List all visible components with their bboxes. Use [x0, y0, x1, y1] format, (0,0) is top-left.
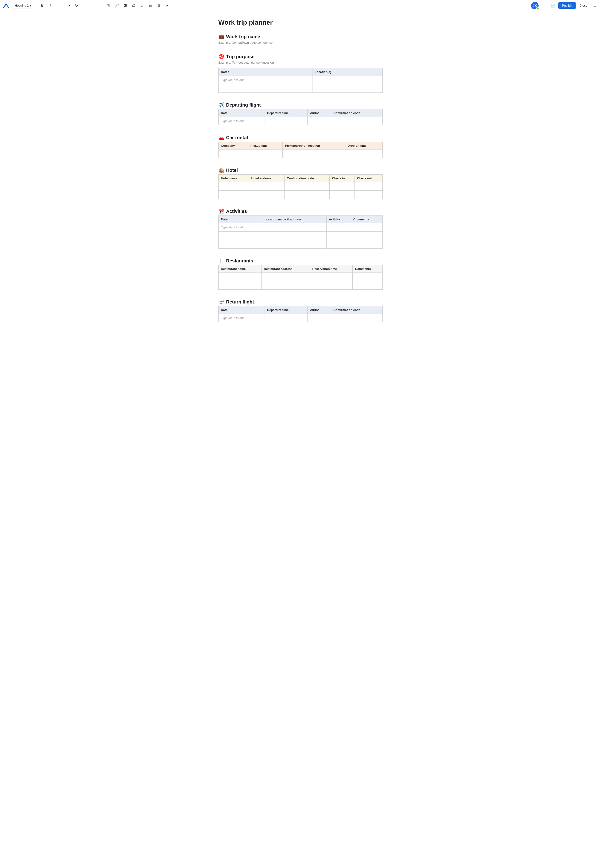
- col-confirmation-code: Confirmation code: [284, 175, 329, 182]
- pickup-location-cell[interactable]: [283, 149, 345, 158]
- rest-comments-cell-1[interactable]: [352, 273, 383, 281]
- trip-purpose-subtext: Example: To meet potential new investors: [218, 61, 383, 64]
- table-row: Type /date to add: [218, 314, 383, 322]
- work-trip-name-subtext: Example: CompuTown trade conference: [218, 41, 383, 44]
- target-icon: 🎯: [218, 54, 224, 59]
- emoji-button[interactable]: ☺: [139, 2, 146, 9]
- col-check-in: Check in: [329, 175, 355, 182]
- section-heading-hotel: 🏨 Hotel: [218, 168, 383, 173]
- restaurant-name-cell-1[interactable]: [218, 273, 262, 281]
- col-hotel-name: Hotel name: [218, 175, 249, 182]
- location-name-cell-1[interactable]: [262, 223, 326, 231]
- avatar[interactable]: CK: [531, 2, 538, 9]
- locations-cell-2[interactable]: [312, 84, 383, 93]
- align-button[interactable]: ≡ ▾: [66, 2, 72, 9]
- section-heading-trip-purpose: 🎯 Trip purpose: [218, 54, 383, 59]
- table-row: Type /date to add: [218, 117, 383, 125]
- col-restaurant-name: Restaurant name: [218, 265, 262, 273]
- pickup-time-cell[interactable]: [248, 149, 282, 158]
- reservation-time-cell-2[interactable]: [310, 281, 352, 289]
- date-cell[interactable]: Type /date to add: [218, 117, 265, 125]
- act-date-cell-2[interactable]: [218, 231, 262, 240]
- location-name-cell-3[interactable]: [262, 240, 326, 248]
- document-title[interactable]: Work trip planner: [218, 19, 383, 26]
- comments-cell-3[interactable]: [351, 240, 383, 248]
- section-heading-work-trip-name: 💼 Work trip name: [218, 34, 383, 40]
- divider-3: [82, 3, 82, 8]
- dates-cell-1[interactable]: Type /date to add: [218, 76, 313, 84]
- check-out-cell[interactable]: [355, 182, 383, 190]
- company-cell[interactable]: [218, 149, 248, 158]
- table-row: Type /date to add: [218, 223, 383, 231]
- activity-cell-1[interactable]: [326, 223, 351, 231]
- layout-button[interactable]: ⧉: [156, 2, 162, 9]
- act-date-cell-3[interactable]: [218, 240, 262, 248]
- task-button[interactable]: ☑: [105, 2, 112, 9]
- heading-style-select[interactable]: Heading 2 ▾: [13, 3, 34, 8]
- restaurant-address-cell-1[interactable]: [262, 273, 310, 281]
- hotel-address-cell[interactable]: [249, 182, 285, 190]
- section-restaurants: 🍴 Restaurants Restaurant name Restaurant…: [218, 258, 383, 289]
- col-ret-airline: Airline: [308, 306, 331, 314]
- app-logo[interactable]: [3, 2, 9, 9]
- dropoff-time-cell[interactable]: [345, 149, 383, 158]
- section-heading-activities: 📅 Activities: [218, 209, 383, 214]
- insert-more-button[interactable]: + ▾: [164, 2, 170, 9]
- hotel-name-cell[interactable]: [218, 182, 249, 190]
- image-button[interactable]: 🖼: [122, 2, 129, 9]
- location-name-cell-2[interactable]: [262, 231, 326, 240]
- dates-cell-2[interactable]: [218, 84, 313, 93]
- numbered-list-button[interactable]: ≔: [93, 2, 100, 9]
- activity-cell-3[interactable]: [326, 240, 351, 248]
- section-activities: 📅 Activities Date Location name & addres…: [218, 209, 383, 248]
- publish-button[interactable]: Publish: [558, 2, 576, 9]
- chevron-down-icon: ▾: [77, 4, 78, 7]
- calendar-icon: 📅: [218, 209, 224, 214]
- airline-cell[interactable]: [308, 117, 331, 125]
- section-car-rental: 🚗 Car rental Company Pickup time Pickup/…: [218, 135, 383, 158]
- confirmation-code-cell[interactable]: [284, 182, 329, 190]
- confirmation-cell[interactable]: [331, 117, 383, 125]
- col-comments: Comments: [351, 216, 383, 223]
- chevron-down-icon: ▾: [69, 4, 70, 7]
- ret-confirmation-cell[interactable]: [331, 314, 383, 322]
- more-formatting-button[interactable]: ...: [55, 2, 61, 9]
- check-in-cell-2[interactable]: [329, 190, 355, 199]
- mention-button[interactable]: @: [130, 2, 137, 9]
- toolbar: Heading 2 ▾ B I ... ≡ ▾ A ▾ ≡ ≔ ☑ 🔗 🖼 @ …: [0, 0, 601, 11]
- section-heading-restaurants: 🍴 Restaurants: [218, 258, 383, 263]
- reservation-time-cell-1[interactable]: [310, 273, 352, 281]
- italic-button[interactable]: I: [47, 2, 54, 9]
- departure-time-cell[interactable]: [265, 117, 308, 125]
- locations-cell-1[interactable]: [312, 76, 383, 84]
- check-in-cell[interactable]: [329, 182, 355, 190]
- check-out-cell-2[interactable]: [355, 190, 383, 199]
- link-button[interactable]: 🔗: [113, 2, 120, 9]
- activity-cell-2[interactable]: [326, 231, 351, 240]
- restaurant-name-cell-2[interactable]: [218, 281, 262, 289]
- add-user-button[interactable]: +: [540, 2, 548, 9]
- hotel-name-cell-2[interactable]: [218, 190, 249, 199]
- bold-button[interactable]: B: [38, 2, 45, 9]
- ret-airline-cell[interactable]: [308, 314, 331, 322]
- section-heading-departing-flight: ✈️ Departing flight: [218, 102, 383, 108]
- hotel-address-cell-2[interactable]: [249, 190, 285, 199]
- overflow-menu-button[interactable]: ...: [591, 2, 598, 9]
- col-pickup-time: Pickup time: [248, 142, 282, 149]
- table-button[interactable]: ⊞: [147, 2, 154, 9]
- table-row: [218, 84, 383, 93]
- text-color-button[interactable]: A ▾: [73, 2, 79, 9]
- ret-departure-time-cell[interactable]: [265, 314, 308, 322]
- close-button[interactable]: Close: [578, 3, 589, 8]
- restaurant-address-cell-2[interactable]: [262, 281, 310, 289]
- col-restaurant-address: Restaurant address: [262, 265, 310, 273]
- ret-date-cell[interactable]: Type /date to add: [218, 314, 265, 322]
- confirmation-code-cell-2[interactable]: [284, 190, 329, 199]
- comments-cell-2[interactable]: [351, 231, 383, 240]
- rest-comments-cell-2[interactable]: [352, 281, 383, 289]
- template-button[interactable]: 📄: [549, 2, 557, 9]
- act-date-cell-1[interactable]: Type /date to add: [218, 223, 262, 231]
- section-departing-flight: ✈️ Departing flight Date Departure time …: [218, 102, 383, 125]
- comments-cell-1[interactable]: [351, 223, 383, 231]
- bullet-list-button[interactable]: ≡: [84, 2, 92, 9]
